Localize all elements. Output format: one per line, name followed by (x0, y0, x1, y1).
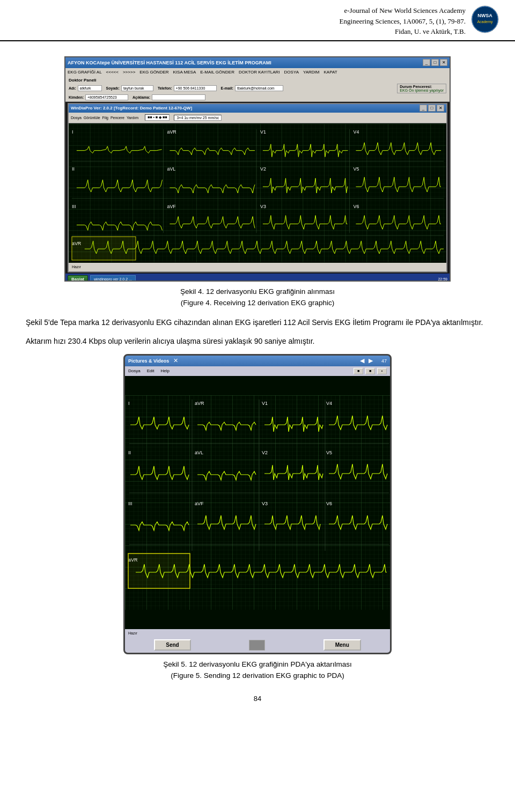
ad-value[interactable]: atkfurk (78, 85, 102, 91)
status-text: EKG Ön işlemesi yapılıyor (400, 88, 444, 92)
journal-line3: Fidan, U. ve Aktürk, T.B. (241, 26, 466, 37)
email-value[interactable]: tbakturk@hotmail.com (235, 85, 283, 91)
inner-minimize-btn[interactable]: _ (420, 105, 427, 112)
svg-text:V5: V5 (326, 450, 332, 455)
figure4-screenshot-container: AFYON KOCAtepe ÜNİVERSİTESİ HASTANESİ 11… (26, 56, 489, 282)
menu-prev[interactable]: <<<<< (106, 70, 119, 75)
menu-dosya[interactable]: DOSYA (284, 70, 299, 75)
close-button[interactable]: ✕ (440, 59, 447, 66)
svg-text:V3: V3 (262, 501, 268, 506)
pda-icon-next[interactable]: ▶ (369, 357, 373, 364)
doctor-panel-title: Doktor Paneli (69, 78, 446, 83)
pda-toolbar-btn3[interactable]: ▪ (377, 368, 387, 374)
main-window-titlebar: AFYON KOCAtepe ÜNİVERSİTESİ HASTANESİ 11… (65, 57, 450, 68)
aciklama-value[interactable] (152, 94, 205, 100)
pda-title: Pictures & Videos (128, 358, 169, 364)
pda-menu-help[interactable]: Help (160, 368, 169, 373)
svg-text:aVF: aVF (195, 501, 204, 506)
pda-menu-button[interactable]: Menu (323, 639, 361, 651)
pda-icon-x[interactable]: ✕ (173, 357, 178, 364)
svg-text:aVR: aVR (195, 401, 204, 406)
pda-taskbar-right: 47 (381, 358, 387, 364)
pda-menu-dosya[interactable]: Dosya (128, 368, 141, 373)
kimden-value[interactable]: +8095854725523 (85, 94, 128, 100)
taskbar: Başlat windingpro ver 2.0.2 ... 22:59 (65, 274, 450, 282)
inner-maximize-btn[interactable]: □ (428, 105, 436, 112)
kimden-field: Kimden: +8095854725523 (69, 94, 128, 100)
body-paragraph1: Şekil 5'de Tepa marka 12 derivasyonlu EK… (26, 316, 489, 329)
page-header: e-Journal of New World Sciences Academy … (0, 0, 515, 41)
menu-kisamesa[interactable]: KISA MESA (173, 70, 196, 75)
pda-menubar: Dosya Edit Help ■ ■ ▪ (125, 366, 390, 376)
menu-next[interactable]: >>>>> (123, 70, 135, 75)
journal-line2: Engineering Sciences, 1A0067, 5, (1), 79… (241, 16, 466, 27)
pda-statusbar-text: Hazır (128, 631, 137, 635)
menu-kapat[interactable]: KAPAT (324, 70, 337, 75)
toolbar-display: 3×4 1u mm/mv 25 mm/sc (174, 115, 222, 121)
svg-text:V4: V4 (326, 401, 332, 406)
svg-text:II: II (72, 166, 75, 172)
menu-ekggonder[interactable]: EKG GÖNDER (139, 70, 168, 75)
aciklama-field: Açıklama: (133, 94, 205, 100)
telefon-label: Telefon: (158, 86, 172, 90)
start-button[interactable]: Başlat (68, 275, 88, 282)
svg-text:V2: V2 (260, 166, 266, 172)
soyadi-value[interactable]: tayfun burak (121, 85, 153, 91)
svg-text:V4: V4 (353, 129, 359, 134)
minimize-button[interactable]: _ (423, 59, 430, 66)
maximize-button[interactable]: □ (431, 59, 439, 66)
soyadi-label: Soyadı: (106, 86, 120, 90)
body-paragraph2: Aktarım hızı 230.4 Kbps olup verilerin a… (26, 335, 489, 348)
status-box: Durum Penceresi: EKG Ön işlemesi yapılıy… (397, 84, 446, 93)
doctor-panel-row2: Kimden: +8095854725523 Açıklama: (69, 94, 446, 100)
pda-nav-icon (249, 640, 265, 651)
pda-menu-edit[interactable]: Edit (147, 368, 154, 373)
nwsa-logo-icon: NWSA Academy (471, 5, 499, 33)
svg-rect-43 (128, 553, 190, 588)
ekg-statusbar: Hazır (69, 263, 446, 271)
toolbar-goruntule[interactable]: Görüntüle (84, 116, 100, 120)
toolbar-filg[interactable]: Filg (102, 116, 108, 120)
telefon-value[interactable]: +90 506 8411330 (174, 85, 217, 91)
pda-screenshot: Pictures & Videos ✕ ◀ ▶ 47 Dosya Edit He… (123, 354, 392, 654)
inner-window-buttons: _ □ ✕ (420, 105, 444, 112)
inner-window-titlebar: WinDiaPro Ver: 2.0.2 [TcgRecord: Demo Pa… (69, 104, 446, 113)
window-control-buttons: _ □ ✕ (423, 59, 447, 66)
toolbar-pencere[interactable]: Pencere (111, 116, 124, 120)
pda-toolbar-btn1[interactable]: ■ (354, 368, 363, 374)
pda-icon-prev[interactable]: ◀ (360, 357, 364, 364)
email-field: E-mail: tbakturk@hotmail.com (221, 85, 283, 91)
main-menubar: EKG GRAFİĞİ AL <<<<< >>>>> EKG GÖNDER KI… (65, 68, 450, 77)
svg-text:V6: V6 (326, 501, 332, 506)
page-number: 84 (26, 695, 489, 708)
figure4-caption-line1: Şekil 4. 12 derivasyonlu EKG grafiğinin … (180, 287, 335, 296)
ekg-display: I aVR V1 V4 II aVL V2 V5 III aVF (69, 123, 446, 263)
svg-text:I: I (128, 401, 130, 406)
menu-emailgonder[interactable]: E-MAIL GÖNDER (200, 70, 234, 75)
inner-toolbar: Dosya Görüntüle Filg Pencere Yardım ■■ ▪… (69, 113, 446, 123)
toolbar-yardim[interactable]: Yardım (127, 116, 138, 120)
svg-text:aVL: aVL (167, 166, 175, 172)
doctor-panel-row: Adı: atkfurk Soyadı: tayfun burak Telefo… (69, 84, 446, 93)
inner-close-btn[interactable]: ✕ (437, 105, 444, 112)
pda-statusbar: Hazır (125, 629, 390, 638)
taskbar-item[interactable]: windingpro ver 2.0.2 ... (90, 275, 136, 282)
svg-text:III: III (72, 203, 76, 209)
figure5-caption-line1: Şekil 5. 12 derivasyonlu EKG grafiğinin … (163, 660, 352, 668)
svg-text:V6: V6 (353, 203, 359, 209)
svg-text:NWSA: NWSA (477, 13, 492, 18)
figure4-caption: Şekil 4. 12 derivasyonlu EKG grafiğinin … (26, 286, 489, 309)
soyadi-field: Soyadı: tayfun burak (106, 85, 153, 91)
menu-ekggrafigi[interactable]: EKG GRAFİĞİ AL (68, 70, 102, 75)
pda-send-button[interactable]: Send (154, 639, 190, 651)
kimden-label: Kimden: (69, 95, 84, 99)
svg-text:II: II (128, 450, 131, 455)
header-text: e-Journal of New World Sciences Academy … (241, 5, 466, 37)
pda-toolbar-btn2[interactable]: ■ (365, 368, 375, 374)
inner-window: WinDiaPro Ver: 2.0.2 [TcgRecord: Demo Pa… (68, 103, 447, 272)
menu-doktorkayit[interactable]: DOKTOR KAYITLARI (239, 70, 280, 75)
menu-yardim[interactable]: YARDIM (303, 70, 320, 75)
svg-text:aVL: aVL (195, 450, 203, 455)
status-label: Durum Penceresi: (400, 85, 444, 88)
toolbar-dosya[interactable]: Dosya (71, 116, 82, 120)
